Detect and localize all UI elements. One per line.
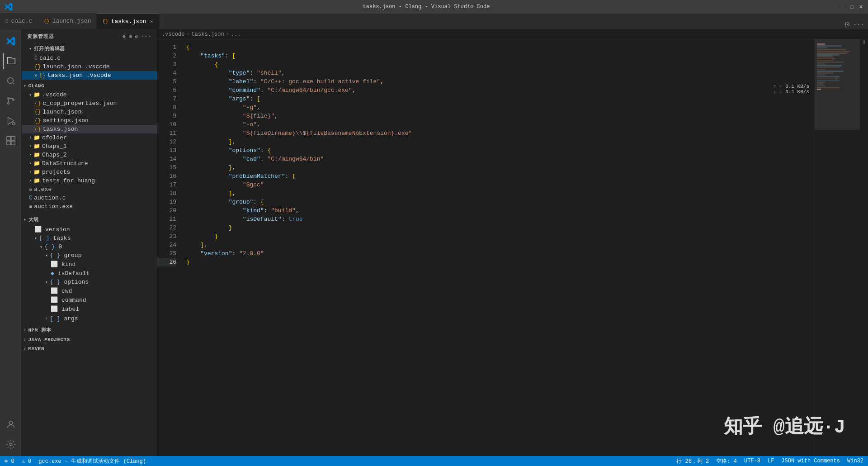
account-icon[interactable] (3, 416, 19, 433)
settings-icon[interactable] (3, 436, 19, 452)
sidebar: 资源管理器 ⊕ ⊞ ↺ ··· ▾ 打开的编辑器 C calc.c {} lau… (22, 29, 157, 456)
outline-isdefault[interactable]: ◆ isDefault (22, 269, 157, 278)
line-1: 1 (157, 43, 176, 52)
status-os[interactable]: Win32 (847, 458, 863, 464)
collapse-icon[interactable]: ··· (141, 33, 151, 39)
vscode-folder[interactable]: ▾ 📁 .vscode (22, 90, 157, 99)
tasks-icon-file: {} (34, 126, 41, 133)
vscode-icon[interactable] (3, 33, 19, 49)
tab-label-calc: calc.c (11, 18, 33, 24)
sidebar-header-icons: ⊕ ⊞ ↺ ··· (123, 33, 151, 39)
label-icon: ⬜ (51, 305, 58, 313)
tab-calc[interactable]: C calc.c (0, 13, 38, 29)
cfolder-item[interactable]: › 📁 cfolder (22, 133, 157, 142)
status-line-ending[interactable]: LF (768, 458, 774, 464)
svg-point-2 (7, 103, 9, 105)
outline-options[interactable]: ▾ { } options (22, 278, 157, 286)
status-warnings[interactable]: ⚠ 0 (22, 458, 32, 465)
source-control-icon[interactable] (3, 93, 19, 109)
explorer-icon[interactable] (3, 53, 19, 69)
chaps2-icon: 📁 (33, 152, 40, 158)
tests-item[interactable]: › 📁 tests_for_huang (22, 176, 157, 185)
tasks-json-file[interactable]: {} tasks.json (22, 125, 157, 133)
svg-point-9 (9, 421, 12, 424)
status-language[interactable]: JSON with Comments (781, 458, 840, 464)
launch-json-file[interactable]: {} launch.json (22, 108, 157, 116)
split-editor-button[interactable]: ⊡ (845, 20, 849, 29)
projects-item[interactable]: › 📁 projects (22, 168, 157, 176)
status-line-col[interactable]: 行 26，列 2 (676, 457, 709, 465)
run-debug-icon[interactable] (3, 113, 19, 129)
open-editors-section[interactable]: ▾ 打开的编辑器 (22, 43, 157, 54)
outline-tasks[interactable]: ▾ [ ] tasks (22, 234, 157, 243)
tab-close-tasks[interactable]: ✕ (149, 18, 154, 25)
aexe-item[interactable]: ≡ a.exe (22, 185, 157, 194)
status-errors[interactable]: ⊗ 0 (5, 458, 14, 465)
chaps2-item[interactable]: › 📁 Chaps_2 (22, 151, 157, 159)
status-encoding[interactable]: UTF-8 (744, 458, 760, 464)
outline-version[interactable]: ⬜ version (22, 225, 157, 234)
outline-kind[interactable]: ⬜ kind (22, 260, 157, 269)
cwd-icon: ⬜ (51, 287, 58, 295)
titlebar-title: tasks.json - Clang - Visual Studio Code (13, 4, 840, 10)
search-icon[interactable] (3, 73, 19, 89)
line-numbers: 1 2 3 4 5 6 7 8 9 10 11 12 13 14 15 16 1 (157, 39, 180, 456)
chaps2-label: Chaps_2 (42, 152, 67, 158)
maximize-button[interactable]: □ (849, 4, 854, 10)
outline-group-label: group (64, 252, 81, 259)
datastructure-item[interactable]: › 📁 DataStructure (22, 159, 157, 168)
outline-command[interactable]: ⬜ command (22, 295, 157, 304)
npm-section[interactable]: › NPM 脚本 (22, 325, 157, 335)
outline-section[interactable]: ▾ 大纲 (22, 214, 157, 225)
tab-tasks[interactable]: {} tasks.json ✕ (97, 13, 160, 29)
statusbar-left: ⊗ 0 ⚠ 0 gcc.exe - 生成和调试活动文件 (Clang) (5, 457, 146, 465)
more-actions-button[interactable]: ··· (853, 21, 864, 28)
breadcrumb-more[interactable]: ... (231, 31, 241, 38)
outline-tasks-0[interactable]: ▾ { } 0 (22, 243, 157, 251)
auction-exe-item[interactable]: ≡ auction.exe (22, 202, 157, 211)
breadcrumb-file[interactable]: tasks.json (192, 31, 224, 38)
clang-section[interactable]: ▾ CLANG (22, 81, 157, 90)
status-spaces[interactable]: 空格: 4 (716, 457, 737, 465)
breadcrumb-sep1: › (186, 31, 189, 38)
c-cpp-properties-file[interactable]: {} c_cpp_properties.json (22, 99, 157, 108)
minimap-content (815, 39, 860, 94)
outline-args[interactable]: › [ ] args (22, 314, 157, 323)
open-file-launch[interactable]: {} launch.json .vscode (22, 62, 157, 71)
activity-bottom (3, 416, 19, 452)
new-folder-icon[interactable]: ⊞ (129, 33, 132, 39)
open-file-calc[interactable]: C calc.c (22, 54, 157, 62)
outline-args-text: args (64, 315, 78, 322)
tests-chevron: › (29, 178, 32, 183)
outline-cwd-label: cwd (61, 288, 72, 295)
outline-version-label: version (45, 226, 70, 233)
settings-json-file[interactable]: {} settings.json (22, 116, 157, 125)
refresh-icon[interactable]: ↺ (135, 33, 139, 39)
line-12: 12 (157, 138, 176, 146)
chaps1-item[interactable]: › 📁 Chaps_1 (22, 142, 157, 151)
tasks-json-icon: {} (39, 72, 46, 79)
line-11: 11 (157, 129, 176, 138)
outline-tasks-chevron: ▾ (34, 236, 37, 241)
outline-group[interactable]: ▾ { } group (22, 251, 157, 260)
close-button[interactable]: ✕ (858, 4, 863, 10)
line-19: 19 (157, 198, 176, 206)
outline-cwd[interactable]: ⬜ cwd (22, 286, 157, 295)
editor-area: .vscode › tasks.json › ... 1 2 3 4 5 6 7… (157, 29, 868, 456)
code-editor[interactable]: { "tasks": [ { "type": "shell", "label":… (180, 39, 815, 456)
auction-c-item[interactable]: C auction.c (22, 194, 157, 202)
outline-label[interactable]: ⬜ label (22, 304, 157, 314)
open-file-tasks[interactable]: ✕ {} tasks.json .vscode (22, 71, 157, 80)
tasks-outline-icon: [ ] (39, 235, 49, 242)
right-scrollbar[interactable] (860, 39, 868, 456)
status-git[interactable]: gcc.exe - 生成和调试活动文件 (Clang) (38, 457, 146, 465)
java-section[interactable]: › JAVA PROJECTS (22, 335, 157, 344)
open-editors-chevron: ▾ (29, 46, 32, 52)
breadcrumb-vscode[interactable]: .vscode (162, 31, 184, 38)
extensions-icon[interactable] (3, 133, 19, 149)
new-file-icon[interactable]: ⊕ (123, 33, 126, 39)
tab-launch[interactable]: {} launch.json (38, 13, 97, 29)
editor[interactable]: 1 2 3 4 5 6 7 8 9 10 11 12 13 14 15 16 1 (157, 39, 868, 456)
minimize-button[interactable]: ─ (840, 4, 845, 10)
maven-section[interactable]: › MAVEN (22, 344, 157, 353)
